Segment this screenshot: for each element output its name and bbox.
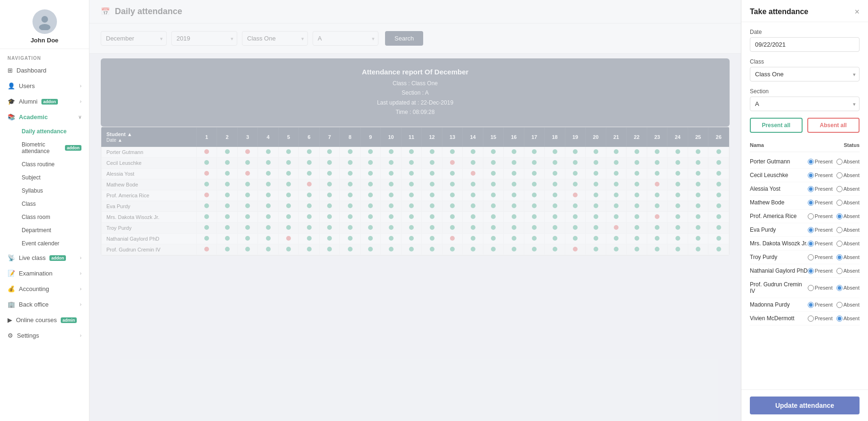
update-attendance-button[interactable]: Update attendance (750, 397, 860, 414)
absent-radio[interactable] (836, 285, 843, 291)
class-select[interactable]: Class One (242, 31, 308, 46)
present-radio[interactable] (808, 285, 814, 291)
present-radio[interactable] (808, 213, 814, 219)
absent-all-button[interactable]: Absent all (807, 118, 860, 133)
attendance-radio-group[interactable]: Present Absent (808, 268, 860, 274)
panel-class-select[interactable]: Class One (750, 67, 860, 81)
sidebar-item-dashboard[interactable]: ⊞ Dashboard (0, 63, 89, 78)
attendance-cell (278, 179, 299, 190)
sidebar-item-accounting[interactable]: 💰 Accounting › (0, 281, 89, 297)
absent-radio-label[interactable]: Absent (836, 159, 860, 165)
sidebar-item-back-office[interactable]: 🏢 Back office › (0, 297, 89, 312)
present-radio-label[interactable]: Present (808, 241, 833, 247)
present-radio[interactable] (808, 302, 814, 308)
absent-radio-label[interactable]: Absent (836, 268, 860, 274)
absent-radio-label[interactable]: Absent (836, 302, 860, 308)
absent-radio[interactable] (836, 200, 843, 206)
sidebar-item-class[interactable]: Class (14, 197, 89, 210)
absent-radio[interactable] (836, 159, 843, 165)
sidebar-item-subject[interactable]: Subject (14, 171, 89, 184)
absent-radio-label[interactable]: Absent (836, 316, 860, 322)
attendance-radio-group[interactable]: Present Absent (808, 316, 860, 322)
attendance-radio-group[interactable]: Present Absent (808, 186, 860, 192)
absent-radio[interactable] (836, 268, 843, 274)
present-radio[interactable] (808, 159, 814, 165)
present-radio-label[interactable]: Present (808, 213, 833, 219)
sidebar-item-syllabus[interactable]: Syllabus (14, 184, 89, 197)
present-radio[interactable] (808, 227, 814, 233)
sidebar-item-alumni[interactable]: 🎓 Alumni addon › (0, 94, 89, 109)
absent-radio-label[interactable]: Absent (836, 213, 860, 219)
present-radio-label[interactable]: Present (808, 227, 833, 233)
year-select[interactable]: 2019 (171, 31, 237, 46)
present-radio-label[interactable]: Present (808, 285, 833, 291)
present-radio-label[interactable]: Present (808, 200, 833, 206)
panel-section-select[interactable]: A (750, 97, 860, 111)
absent-radio[interactable] (836, 241, 843, 247)
sidebar-item-settings[interactable]: ⚙ Settings › (0, 328, 89, 343)
absent-radio[interactable] (836, 186, 843, 192)
attendance-radio-group[interactable]: Present Absent (808, 302, 860, 308)
present-radio-label[interactable]: Present (808, 186, 833, 192)
student-name-cell: Cecil Leuschke (102, 157, 197, 168)
present-radio-label[interactable]: Present (808, 159, 833, 165)
section-select[interactable]: A (313, 31, 378, 46)
present-radio[interactable] (808, 316, 814, 322)
present-radio-label[interactable]: Present (808, 254, 833, 260)
sidebar-item-online-courses[interactable]: ▶ Online courses admin (0, 312, 89, 328)
absent-radio-label[interactable]: Absent (836, 285, 860, 291)
attendance-radio-group[interactable]: Present Absent (808, 172, 860, 178)
sidebar-item-daily-attendance[interactable]: Daily attendance (14, 125, 89, 138)
attendance-table-wrapper[interactable]: Student ▲Date ▲ 1 2 3 4 5 6 7 8 9 10 11 … (101, 127, 730, 256)
sidebar-item-examination[interactable]: 📝 Examination › (0, 266, 89, 281)
absent-radio[interactable] (836, 302, 843, 308)
attendance-radio-group[interactable]: Present Absent (808, 159, 860, 165)
day-4: 4 (258, 127, 279, 146)
present-dot (245, 247, 250, 251)
attendance-radio-group[interactable]: Present Absent (808, 213, 860, 219)
attendance-radio-group[interactable]: Present Absent (808, 254, 860, 260)
present-radio[interactable] (808, 241, 814, 247)
attendance-radio-group[interactable]: Present Absent (808, 200, 860, 206)
date-input[interactable] (750, 37, 860, 52)
present-all-button[interactable]: Present all (750, 118, 803, 133)
absent-radio[interactable] (836, 254, 843, 260)
absent-radio-label[interactable]: Absent (836, 227, 860, 233)
present-radio[interactable] (808, 254, 814, 260)
absent-radio-label[interactable]: Absent (836, 254, 860, 260)
sidebar-item-live-class[interactable]: 📡 Live class addon › (0, 250, 89, 266)
present-dot (532, 236, 537, 241)
month-select[interactable]: December (101, 31, 167, 46)
absent-radio[interactable] (836, 172, 843, 178)
present-radio[interactable] (808, 172, 814, 178)
absent-radio-label[interactable]: Absent (836, 200, 860, 206)
sidebar-item-users[interactable]: 👤 Users › (0, 78, 89, 94)
sidebar-item-academic[interactable]: 📚 Academic ∨ (0, 109, 89, 125)
close-button[interactable]: × (854, 8, 860, 16)
absent-radio[interactable] (836, 316, 843, 322)
sidebar-item-department[interactable]: Department (14, 224, 89, 237)
present-radio-label[interactable]: Present (808, 302, 833, 308)
present-radio-label[interactable]: Present (808, 172, 833, 178)
absent-radio-label[interactable]: Absent (836, 241, 860, 247)
sidebar-item-biometric-attendance[interactable]: Biometric attendance addon (14, 138, 89, 158)
attendance-cell (237, 179, 258, 190)
absent-radio-label[interactable]: Absent (836, 172, 860, 178)
present-radio-label[interactable]: Present (808, 316, 833, 322)
attendance-radio-group[interactable]: Present Absent (808, 227, 860, 233)
attendance-radio-group[interactable]: Present Absent (808, 285, 860, 291)
absent-radio[interactable] (836, 227, 843, 233)
attendance-radio-group[interactable]: Present Absent (808, 241, 860, 247)
present-dot (655, 225, 659, 230)
attendance-cell (401, 157, 422, 168)
present-radio[interactable] (808, 200, 814, 206)
present-radio[interactable] (808, 186, 814, 192)
search-button[interactable]: Search (385, 31, 423, 46)
present-radio-label[interactable]: Present (808, 268, 833, 274)
absent-radio-label[interactable]: Absent (836, 186, 860, 192)
absent-radio[interactable] (836, 213, 843, 219)
sidebar-item-class-room[interactable]: Class room (14, 210, 89, 224)
sidebar-item-class-routine[interactable]: Class routine (14, 158, 89, 171)
sidebar-item-event-calender[interactable]: Event calender (14, 237, 89, 250)
present-radio[interactable] (808, 268, 814, 274)
